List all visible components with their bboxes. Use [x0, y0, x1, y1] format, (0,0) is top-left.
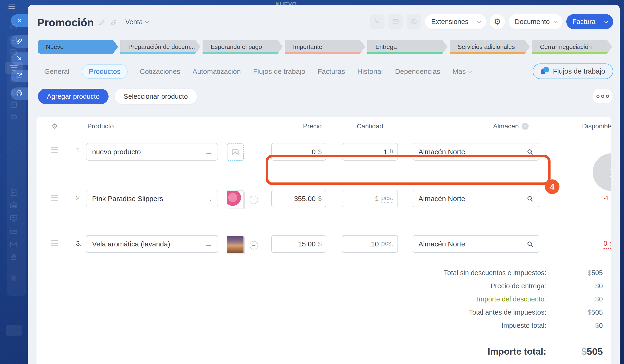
- product-name-input[interactable]: Pink Paradise Slippers →: [86, 190, 218, 207]
- unit-selector[interactable]: pcs.: [381, 240, 393, 248]
- button-divider: [600, 18, 600, 25]
- tab-cotizaciones[interactable]: Cotizaciones: [140, 68, 180, 75]
- tab-flujos-de-trabajo[interactable]: Flujos de trabajo: [253, 68, 305, 75]
- currency-symbol: $: [595, 322, 599, 329]
- tab-general[interactable]: General: [44, 68, 70, 75]
- stage-importante[interactable]: Importante: [285, 40, 365, 54]
- drag-handle-icon[interactable]: [51, 240, 58, 246]
- quantity-input[interactable]: 10 pcs.: [342, 235, 398, 253]
- documento-button[interactable]: Documento: [509, 14, 562, 29]
- bubble-icon: [9, 23, 18, 31]
- pipeline-selector[interactable]: Venta: [125, 18, 148, 27]
- mail-action-icon[interactable]: [388, 14, 403, 29]
- open-product-arrow-icon[interactable]: →: [204, 239, 213, 249]
- sidebar-item-active[interactable]: [5, 62, 23, 74]
- tab-automatizacion[interactable]: Automatización: [193, 68, 241, 75]
- currency-symbol: $: [581, 346, 587, 357]
- available-stock-value[interactable]: 0 pcs.: [603, 240, 611, 249]
- warehouse-input[interactable]: Almacén Norte: [413, 190, 539, 207]
- row-index: 1.: [70, 146, 82, 154]
- add-image-button[interactable]: +: [250, 241, 258, 250]
- open-product-arrow-icon[interactable]: →: [204, 147, 213, 157]
- add-image-button[interactable]: +: [250, 196, 258, 204]
- garage-icon: [9, 201, 18, 209]
- stage-entrega[interactable]: Entrega: [367, 40, 448, 54]
- exchange-icon[interactable]: [407, 14, 421, 29]
- open-product-arrow-icon[interactable]: →: [204, 194, 213, 204]
- select-product-button[interactable]: Seleccionar producto: [115, 89, 197, 104]
- unit-selector[interactable]: pcs.: [381, 194, 393, 203]
- robot-icon: [9, 113, 18, 121]
- stage-nuevo[interactable]: Nuevo: [38, 40, 118, 54]
- column-header-disponible: Disponible: [582, 122, 611, 130]
- page-title: Promoción: [37, 16, 94, 29]
- annotation-step-badge: 4: [545, 180, 559, 194]
- edit-title-icon[interactable]: [98, 19, 105, 26]
- tab-dependencias[interactable]: Dependencias: [395, 68, 440, 75]
- search-icon[interactable]: [526, 241, 534, 248]
- add-product-button[interactable]: Agregar producto: [38, 89, 108, 104]
- total-line-discount[interactable]: Importe del descuento: $0: [320, 293, 603, 306]
- people-icon: [9, 253, 18, 262]
- drag-handle-icon[interactable]: [51, 147, 58, 153]
- grand-total-line: Importe total: $505: [320, 343, 603, 360]
- product-name-input[interactable]: Vela aromática (lavanda) →: [86, 235, 218, 253]
- currency-symbol: $: [318, 240, 322, 248]
- totals-summary: Total sin descuentos e impuestos: $505 P…: [320, 266, 603, 360]
- warehouse-input[interactable]: Almacén Norte: [413, 235, 539, 253]
- document-icon: [9, 36, 18, 44]
- tab-more[interactable]: Más: [452, 68, 471, 75]
- search-icon[interactable]: [526, 195, 534, 202]
- table-row: 1. nuevo producto → 0 $ 1 h Almacén Nort…: [36, 134, 611, 182]
- drag-handle-icon[interactable]: [51, 195, 58, 201]
- settings-button[interactable]: ⚙: [490, 14, 505, 29]
- workflows-button[interactable]: Flujos de trabajo: [533, 64, 613, 79]
- product-image-placeholder[interactable]: [227, 143, 244, 161]
- table-row: 3. Vela aromática (lavanda) → + 15.00 $ …: [36, 227, 611, 273]
- product-image-slippers[interactable]: [227, 190, 244, 208]
- price-input[interactable]: 15.00 $: [271, 235, 326, 253]
- price-input[interactable]: 355.00 $: [271, 190, 326, 207]
- column-settings-gear-icon[interactable]: ⚙: [52, 122, 58, 130]
- stage-esperando-pago[interactable]: Esperando el pago: [203, 40, 283, 54]
- help-icon[interactable]: ?: [521, 123, 529, 130]
- currency-symbol: $: [318, 195, 322, 203]
- currency-symbol: $: [588, 309, 591, 316]
- settings-gear-icon: [9, 274, 18, 282]
- stage-preparacion[interactable]: Preparación de docum...: [120, 40, 201, 54]
- stage-color-bar: [450, 52, 530, 54]
- price-input[interactable]: 0 $: [271, 143, 326, 160]
- sidebar-bottom-button: [6, 325, 22, 336]
- stage-color-bar: [367, 52, 448, 54]
- extensions-label: Extensiones: [431, 18, 468, 26]
- stage-cerrar-negociacion[interactable]: Cerrar negociación: [532, 40, 612, 54]
- unit-selector[interactable]: h: [390, 147, 393, 156]
- tab-facturas[interactable]: Facturas: [317, 68, 345, 75]
- tab-historial[interactable]: Historial: [357, 68, 383, 75]
- quantity-input[interactable]: 1 pcs.: [342, 190, 398, 207]
- quantity-input[interactable]: 1 h: [342, 143, 398, 160]
- product-image-candle[interactable]: [227, 236, 244, 253]
- warehouse-input[interactable]: Almacén Norte: [413, 143, 539, 160]
- chevron-down-icon: [145, 19, 149, 23]
- total-line: Total sin descuentos e impuestos: $505: [320, 266, 603, 279]
- phone-icon[interactable]: [370, 14, 385, 29]
- mail-icon: [9, 240, 18, 249]
- available-stock-value[interactable]: -1 pcs.: [603, 194, 611, 204]
- hamburger-menu-icon[interactable]: [8, 4, 15, 9]
- file-icon: [9, 188, 18, 197]
- product-name-input[interactable]: nuevo producto →: [86, 143, 218, 160]
- total-line: Total antes de impuestos: $505: [320, 306, 603, 319]
- chevron-down-icon: [604, 19, 608, 23]
- calendar-icon: [9, 100, 18, 109]
- factura-button[interactable]: Factura: [566, 14, 613, 29]
- detail-tabs: General Productos Cotizaciones Automatiz…: [44, 64, 471, 79]
- stage-color-bar: [532, 52, 612, 54]
- copy-link-icon[interactable]: [110, 19, 117, 26]
- tab-productos[interactable]: Productos: [82, 64, 128, 79]
- search-icon[interactable]: [526, 148, 534, 156]
- stage-servicios-adicionales[interactable]: Servicios adicionales: [450, 40, 530, 54]
- table-header-row: ⚙ Producto Precio Cantidad Almacén ? Dis…: [36, 117, 611, 134]
- more-options-button[interactable]: [593, 89, 612, 103]
- extensions-button[interactable]: Extensiones: [425, 14, 486, 29]
